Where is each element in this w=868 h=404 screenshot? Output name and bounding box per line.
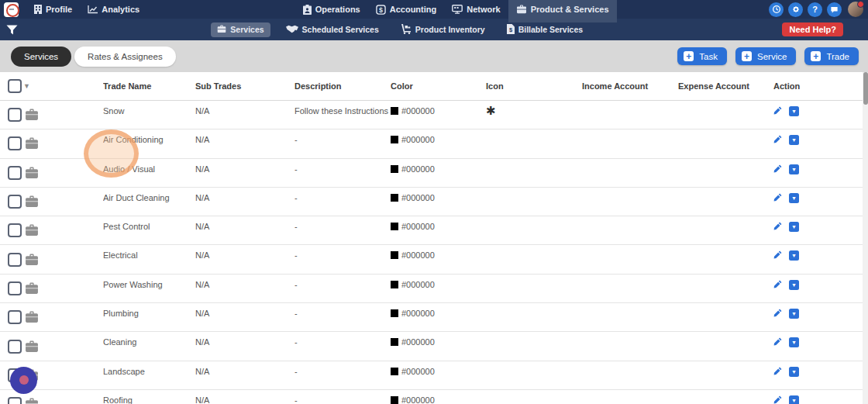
tab-rates-assignees[interactable]: Rates & Assignees — [74, 47, 176, 67]
company-logo[interactable] — [4, 2, 19, 17]
row-dropdown-caret-icon[interactable]: ▼ — [789, 193, 799, 203]
row-checkbox[interactable] — [8, 397, 22, 404]
row-color-label: #000000 — [401, 395, 435, 404]
row-trade-name: Electrical — [103, 245, 195, 273]
edit-pencil-icon[interactable] — [773, 395, 782, 404]
edit-pencil-icon[interactable] — [773, 164, 782, 187]
row-checkbox[interactable] — [8, 281, 22, 295]
row-color-label: #000000 — [401, 309, 435, 318]
nav-item-product-services[interactable]: Product & Services — [508, 0, 617, 19]
column-header-action: Action — [773, 81, 863, 91]
briefcase-icon — [25, 224, 39, 237]
history-icon[interactable] — [769, 2, 784, 17]
nav-item-network[interactable]: Network — [444, 0, 508, 19]
row-description: - — [294, 332, 391, 360]
row-checkbox[interactable] — [8, 166, 22, 180]
row-expense-account — [678, 245, 773, 273]
table-row: Electrical N/A - #000000 ▼ — [0, 245, 863, 274]
edit-pencil-icon[interactable] — [773, 337, 782, 360]
row-color-cell: #000000 — [391, 390, 486, 404]
row-checkbox[interactable] — [8, 136, 22, 150]
subnav-item-product-inventory[interactable]: Product Inventory — [394, 22, 491, 38]
chat-launcher-button[interactable] — [10, 367, 37, 394]
row-description: - — [294, 159, 391, 187]
row-trade-name: Power Washing — [103, 275, 195, 302]
add-task-button[interactable]: + Task — [677, 47, 727, 65]
edit-pencil-icon[interactable] — [773, 106, 782, 129]
select-dropdown-caret-icon[interactable]: ▼ — [23, 82, 30, 90]
nav-label: Product & Services — [531, 5, 609, 14]
nav-item-operations[interactable]: Operations — [295, 0, 368, 19]
add-service-button[interactable]: + Service — [735, 47, 796, 65]
edit-pencil-icon[interactable] — [773, 193, 782, 216]
select-all-checkbox[interactable] — [8, 79, 22, 93]
user-avatar[interactable] — [848, 2, 863, 17]
row-checkbox[interactable] — [8, 195, 22, 209]
need-help-button[interactable]: Need Help? — [782, 22, 843, 36]
row-checkbox[interactable] — [8, 310, 22, 324]
subnav-item-services[interactable]: Services — [211, 22, 270, 37]
table-row: Audio / Visual N/A - #000000 ▼ — [0, 159, 863, 188]
vertical-scrollbar — [863, 72, 868, 404]
row-dropdown-caret-icon[interactable]: ▼ — [789, 222, 799, 232]
row-dropdown-caret-icon[interactable]: ▼ — [789, 280, 799, 290]
row-color-swatch — [391, 165, 398, 173]
chat-icon[interactable] — [827, 2, 842, 17]
column-header-expense-account: Expense Account — [678, 81, 773, 91]
nav-label: Accounting — [390, 5, 437, 14]
row-dropdown-caret-icon[interactable]: ▼ — [789, 164, 799, 174]
edit-pencil-icon[interactable] — [773, 250, 782, 273]
edit-pencil-icon[interactable] — [773, 367, 782, 389]
row-dropdown-caret-icon[interactable]: ▼ — [789, 367, 799, 377]
row-icon: ✱ — [486, 101, 582, 129]
nav-item-analytics[interactable]: Analytics — [80, 0, 147, 19]
button-label: Service — [757, 52, 787, 61]
row-dropdown-caret-icon[interactable]: ▼ — [789, 135, 799, 145]
row-icon — [486, 245, 582, 273]
row-income-account — [582, 332, 678, 360]
edit-pencil-icon[interactable] — [773, 135, 782, 157]
building-icon — [34, 5, 42, 14]
nav-item-accounting[interactable]: $ Accounting — [368, 0, 445, 19]
subnav-item-billable-services[interactable]: $ Billable Services — [501, 22, 589, 38]
filter-funnel-icon[interactable] — [6, 25, 18, 35]
row-description: - — [294, 275, 391, 302]
row-expense-account — [678, 303, 773, 331]
row-icon — [486, 303, 582, 331]
row-checkbox[interactable] — [8, 108, 22, 122]
row-expense-account — [678, 216, 773, 244]
button-label: Task — [699, 52, 718, 61]
row-dropdown-caret-icon[interactable]: ▼ — [789, 106, 799, 116]
edit-pencil-icon[interactable] — [773, 280, 782, 302]
scrollbar-thumb[interactable] — [863, 72, 868, 105]
table-row: Air Conditioning N/A - #000000 ▼ — [0, 129, 863, 158]
row-trade-name: Landscape — [103, 361, 195, 389]
nav-item-profile[interactable]: Profile — [26, 0, 80, 19]
row-color-swatch — [391, 338, 398, 346]
table-row: Roofing N/A - #000000 ▼ — [0, 390, 863, 404]
row-dropdown-caret-icon[interactable]: ▼ — [789, 395, 799, 404]
help-icon[interactable]: ? — [808, 2, 822, 17]
row-dropdown-caret-icon[interactable]: ▼ — [789, 250, 799, 261]
row-checkbox[interactable] — [8, 340, 22, 354]
row-checkbox[interactable] — [8, 253, 22, 267]
settings-gear-icon[interactable] — [788, 2, 803, 17]
row-expense-account — [678, 361, 773, 389]
row-dropdown-caret-icon[interactable]: ▼ — [789, 337, 799, 347]
briefcase-icon — [25, 282, 39, 295]
tab-services[interactable]: Services — [11, 47, 71, 67]
button-label: Trade — [826, 52, 849, 61]
row-icon — [486, 361, 582, 389]
briefcase-icon — [217, 25, 226, 35]
column-header-color: Color — [391, 81, 486, 91]
row-color-label: #000000 — [401, 164, 435, 174]
add-trade-button[interactable]: + Trade — [804, 47, 859, 65]
subnav-label: Services — [230, 25, 264, 34]
edit-pencil-icon[interactable] — [773, 222, 782, 244]
row-dropdown-caret-icon[interactable]: ▼ — [789, 309, 799, 319]
row-color-label: #000000 — [401, 135, 435, 144]
table-row: Plumbing N/A - #000000 ▼ — [0, 303, 863, 332]
subnav-item-scheduled-services[interactable]: Scheduled Services — [280, 22, 385, 37]
row-checkbox[interactable] — [8, 223, 22, 237]
edit-pencil-icon[interactable] — [773, 309, 782, 331]
